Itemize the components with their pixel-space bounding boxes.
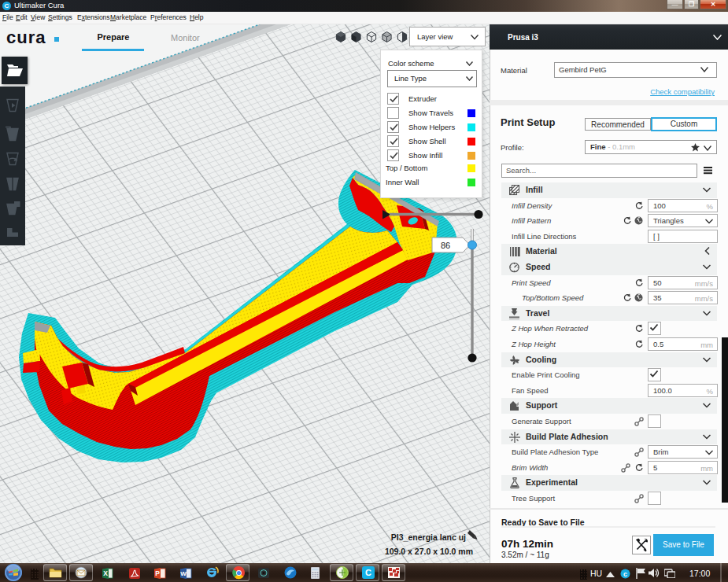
svg-text:X: X (103, 569, 108, 577)
svg-text:W: W (180, 570, 187, 577)
svg-text:C: C (365, 568, 371, 577)
svg-text:109.0 x 27.0 x 10.0 mm: 109.0 x 27.0 x 10.0 mm (385, 547, 473, 556)
svg-text:c: c (623, 570, 627, 578)
svg-text:PI3_energia lanc uj: PI3_energia lanc uj (391, 532, 466, 542)
svg-text:P: P (155, 569, 160, 577)
svg-text:86: 86 (441, 241, 450, 250)
